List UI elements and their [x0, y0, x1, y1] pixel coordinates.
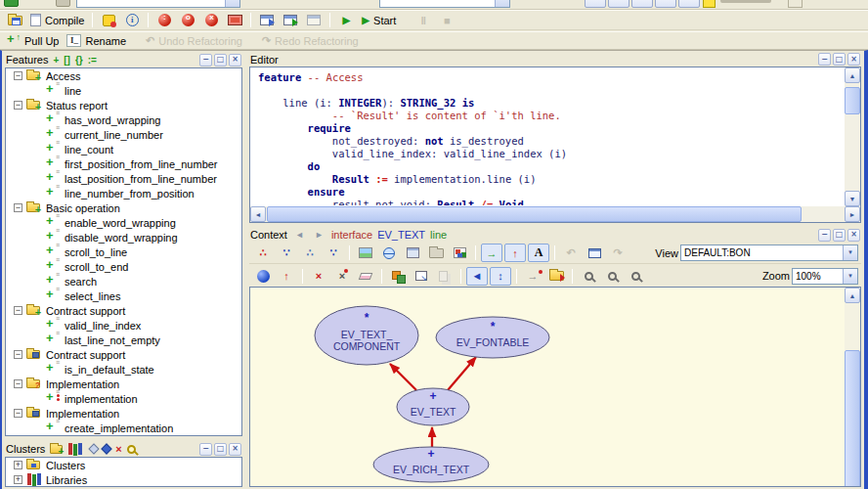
diagram-node[interactable]: +EV_RICH_TEXT: [373, 447, 489, 482]
tree-feature-row[interactable]: enable_word_wrapping: [6, 215, 241, 230]
editor-vertical-scrollbar[interactable]: ▲ ▼: [845, 67, 860, 206]
move-to-cluster-button[interactable]: [545, 267, 567, 286]
diagram-dialog-button[interactable]: [584, 244, 605, 262]
erase-button[interactable]: [355, 267, 376, 286]
expander-icon[interactable]: −: [14, 350, 22, 359]
toolbar-icon-fragment[interactable]: [703, 0, 716, 8]
zoom-combobox[interactable]: 100% ▼: [792, 268, 858, 285]
refresh-window-button[interactable]: [256, 11, 278, 29]
tree-feature-row[interactable]: is_in_default_state: [6, 362, 241, 377]
inheritance-arrow[interactable]: [448, 357, 476, 390]
maximize-button[interactable]: □: [833, 229, 846, 242]
step-button[interactable]: ▶: [335, 11, 357, 29]
fit-to-screen-button[interactable]: [601, 267, 623, 286]
tree-feature-row[interactable]: select_lines: [6, 289, 241, 303]
client-relations-button[interactable]: ∵: [323, 244, 344, 262]
tree-group-row[interactable]: −Contract support: [6, 347, 241, 362]
redo-refactoring-button[interactable]: ↷Redo Refactoring: [259, 31, 362, 50]
toolbar-button-fragment[interactable]: [608, 0, 629, 8]
expander-icon[interactable]: −: [14, 203, 22, 212]
sort-toggle[interactable]: ↕: [490, 267, 511, 286]
inheritance-arrow[interactable]: [390, 364, 416, 390]
tree-feature-row[interactable]: implementation: [6, 391, 241, 406]
cluster-view-button[interactable]: [425, 244, 447, 262]
class-relations-button[interactable]: ∴: [252, 244, 274, 262]
tree-feature-row[interactable]: last_position_from_line_number: [6, 171, 241, 186]
diagram-node[interactable]: *EV_FONTABLE: [436, 317, 549, 358]
layout-button[interactable]: [387, 267, 409, 286]
delete-button[interactable]: ×: [308, 267, 329, 286]
tree-feature-row[interactable]: has_word_wrapping: [6, 112, 241, 127]
add-cluster-icon[interactable]: [50, 445, 63, 454]
stop-button[interactable]: ■: [436, 11, 457, 29]
tree-feature-row[interactable]: disable_word_wrapping: [6, 230, 241, 244]
export-html-button[interactable]: [378, 244, 400, 262]
code-area[interactable]: feature -- Access line (i: INTEGER): STR…: [251, 68, 844, 205]
maximize-button[interactable]: □: [833, 53, 846, 66]
close-button[interactable]: ×: [229, 54, 241, 67]
diagram-node[interactable]: *EV_TEXT_COMPONENT: [315, 306, 418, 365]
class-icon[interactable]: [102, 443, 112, 454]
dropdown-icon[interactable]: ▼: [843, 245, 857, 260]
context-view-crumb[interactable]: interface: [331, 229, 372, 241]
tree-group-row[interactable]: −Contract support: [6, 303, 241, 318]
tree-feature-row[interactable]: current_line_number: [6, 127, 241, 142]
undo-refactoring-button[interactable]: ↶Undo Refactoring: [143, 31, 245, 50]
scrollbar-thumb[interactable]: [845, 350, 860, 487]
scroll-up-button[interactable]: ▲: [845, 288, 860, 303]
expander-icon[interactable]: +: [14, 475, 22, 484]
tree-group-row[interactable]: −Implementation: [6, 406, 241, 421]
color-settings-button[interactable]: [449, 244, 470, 262]
run-workbench-button[interactable]: [224, 11, 245, 29]
minimize-button[interactable]: −: [199, 54, 212, 67]
discover-button[interactable]: x: [200, 11, 222, 29]
diagram-undo-button[interactable]: ↶: [560, 244, 582, 262]
remove-icon[interactable]: ×: [115, 443, 121, 455]
signature-filter-icon[interactable]: []: [64, 55, 70, 66]
link-tool-button[interactable]: →: [522, 267, 543, 286]
minimize-button[interactable]: −: [818, 53, 831, 66]
expander-icon[interactable]: −: [14, 409, 22, 418]
diagram-vertical-scrollbar[interactable]: ▲: [845, 288, 860, 486]
cluster-relations-button[interactable]: ∵: [276, 244, 297, 262]
export-image-button[interactable]: [355, 244, 376, 262]
minimize-button[interactable]: −: [199, 443, 212, 456]
maximize-button[interactable]: □: [214, 54, 227, 67]
melt-button[interactable]: [98, 11, 119, 29]
open-project-button[interactable]: [4, 11, 25, 29]
toolbar-button-fragment[interactable]: [788, 0, 803, 8]
search-icon[interactable]: [127, 445, 136, 454]
zoom-out-button[interactable]: [578, 267, 599, 286]
close-button[interactable]: ×: [847, 229, 860, 242]
tree-feature-row[interactable]: create_implementation: [6, 421, 241, 435]
expander-icon[interactable]: −: [14, 379, 22, 388]
scroll-down-button[interactable]: ▼: [845, 191, 860, 206]
expander-icon[interactable]: −: [14, 71, 22, 80]
start-button[interactable]: ▶Start: [359, 11, 399, 29]
tree-feature-row[interactable]: scroll_to_line: [6, 244, 241, 259]
tree-feature-row[interactable]: search: [6, 274, 241, 289]
diagram-node[interactable]: +EV_TEXT: [397, 388, 469, 425]
scroll-up-button[interactable]: ▲: [845, 67, 860, 83]
expander-icon[interactable]: +: [14, 461, 22, 469]
editor-horizontal-scrollbar[interactable]: ◄ ►: [250, 206, 860, 222]
toolbar-button-fragment[interactable]: [585, 0, 606, 8]
alias-filter-icon[interactable]: {}: [75, 55, 83, 66]
dropdown-icon[interactable]: ▼: [843, 269, 857, 284]
send-to-window-button[interactable]: [280, 11, 301, 29]
inheritance-links-toggle[interactable]: ↑: [504, 244, 526, 262]
remove-anchor-button[interactable]: ×: [331, 267, 353, 286]
toolbar-icon-fragment[interactable]: [56, 0, 70, 7]
diagram-redo-button[interactable]: ↷: [607, 244, 629, 262]
relayout-button[interactable]: [411, 267, 432, 286]
rename-button[interactable]: I_Rename: [64, 31, 129, 50]
editor-body[interactable]: feature -- Access line (i: INTEGER): STR…: [249, 67, 861, 223]
pause-button[interactable]: ‖: [412, 11, 434, 29]
tree-feature-row[interactable]: first_position_from_line_number: [6, 156, 241, 171]
context-class-crumb[interactable]: EV_TEXT: [377, 229, 425, 241]
zoom-in-button[interactable]: [625, 267, 646, 286]
freeze-button[interactable]: :: [153, 11, 175, 29]
scroll-left-button[interactable]: ◄: [250, 206, 266, 222]
tree-feature-row[interactable]: line: [6, 83, 241, 98]
sync-window-button[interactable]: [303, 11, 325, 29]
